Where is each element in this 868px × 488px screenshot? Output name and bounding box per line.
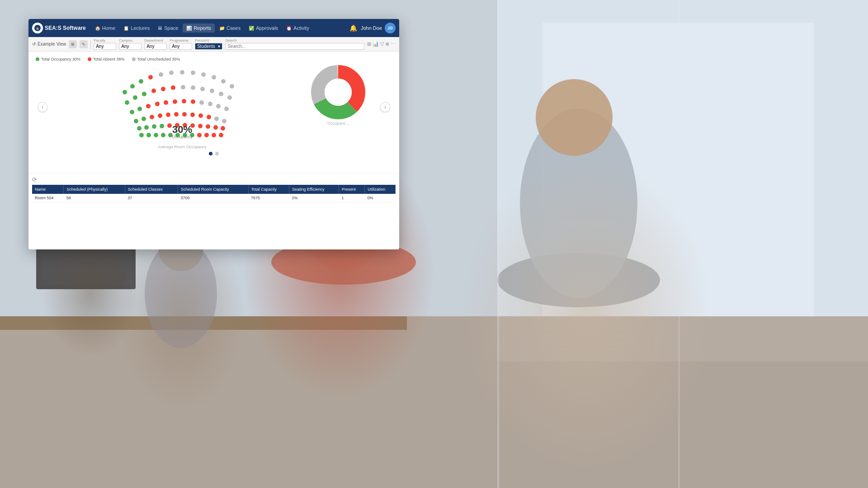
carousel-prev-button[interactable]: ‹ (38, 102, 47, 112)
programme-value: Any (172, 44, 179, 49)
nav-space[interactable]: 🏛 Space (154, 23, 182, 33)
svg-point-32 (144, 125, 149, 130)
nav-reports[interactable]: 📊 Reports (183, 23, 215, 33)
notification-bell-icon[interactable]: 🔔 (349, 24, 357, 32)
svg-point-64 (208, 102, 212, 106)
nav-approvals[interactable]: ✅ Approvals (245, 23, 282, 33)
nav-home[interactable]: 🏠 Home (91, 23, 119, 33)
svg-point-45 (150, 115, 154, 119)
campus-filter: Campus Any (119, 38, 142, 50)
table-row[interactable]: Room 504 58 37 3700 7675 2% 1 0% (32, 194, 396, 202)
focus-select[interactable]: Students ▾ (195, 43, 222, 50)
view-selector[interactable]: ↺ Example View (32, 42, 66, 47)
svg-point-56 (137, 107, 142, 111)
clear-filter-icon[interactable]: ⊗ (385, 41, 389, 47)
parliament-chart-wrapper: 30% Occupancy Average Room Occupancy (47, 65, 309, 149)
cell-scheduled-classes: 37 (125, 194, 178, 202)
campus-label: Campus (119, 38, 142, 42)
cell-scheduled-physically: 58 (64, 194, 125, 202)
svg-point-30 (219, 133, 223, 137)
nav-items: 🏠 Home 📋 Lectures 🏛 Space 📊 Reports 📁 Ca… (91, 23, 349, 33)
cell-seating-efficiency: 2% (289, 194, 339, 202)
svg-point-52 (207, 115, 211, 119)
nav-activity[interactable]: ⏰ Activity (283, 23, 313, 33)
app-logo: S SEA:S Software (32, 23, 86, 33)
filter-icon[interactable]: ▽ (380, 41, 384, 47)
donut-chart-subtitle: Occupanc... (327, 121, 349, 126)
svg-point-19 (139, 133, 144, 137)
reports-icon: 📊 (186, 26, 192, 31)
svg-point-87 (201, 72, 206, 77)
donut-chart-wrapper: Occupanc... (309, 65, 381, 126)
search-input[interactable] (225, 43, 364, 50)
filter-actions: ⊞ 📊 ▽ ⊗ ⋯ (367, 41, 396, 47)
svg-point-59 (164, 100, 168, 105)
svg-point-48 (174, 112, 179, 117)
col-seating-efficiency: Seating Efficiency (289, 185, 339, 194)
campus-select[interactable]: Any (119, 43, 142, 50)
department-filter: Department Any (144, 38, 167, 50)
programme-select[interactable]: Any (170, 43, 192, 50)
svg-point-34 (160, 124, 164, 128)
svg-point-46 (158, 113, 162, 118)
donut-chart (311, 65, 365, 119)
logo-text: SEA:S Software (45, 25, 86, 31)
svg-point-27 (197, 133, 202, 137)
col-scheduled-classes: Scheduled Classes (125, 185, 178, 194)
carousel-dots (36, 149, 392, 157)
svg-point-78 (227, 95, 232, 100)
nav-reports-label: Reports (193, 25, 211, 31)
nav-right: 🔔 John Doe JD (349, 23, 396, 33)
svg-point-84 (169, 70, 174, 75)
edit-icon[interactable]: ✎ (80, 40, 88, 48)
svg-point-43 (134, 119, 138, 123)
home-icon: 🏠 (95, 26, 100, 31)
data-table: Name Scheduled (Physically) Scheduled Cl… (32, 185, 396, 202)
focus-filter: Focus(n) Students ▾ (195, 38, 222, 50)
faculty-select[interactable]: Any (94, 43, 116, 50)
settings-icon[interactable]: ⊞ (69, 40, 77, 48)
search-label: Search (225, 38, 364, 42)
col-scheduled-room-capacity: Scheduled Room Capacity (178, 185, 248, 194)
nav-cases[interactable]: 📁 Cases (216, 23, 244, 33)
view-icon: ↺ (32, 42, 36, 47)
col-total-capacity: Total Capacity (248, 185, 289, 194)
table-section: ⟳ Name Scheduled (Physically) Scheduled … (28, 174, 399, 205)
svg-point-66 (224, 107, 229, 111)
department-select[interactable]: Any (144, 43, 167, 50)
nav-lectures[interactable]: 📋 Lectures (120, 23, 153, 33)
more-options-icon[interactable]: ⋯ (391, 41, 396, 47)
department-value: Any (146, 44, 154, 49)
filter-separator (90, 40, 91, 49)
department-label: Department (144, 38, 167, 42)
table-icon[interactable]: ⊞ (367, 41, 371, 47)
svg-point-49 (182, 112, 187, 117)
carousel-dot-1[interactable] (209, 152, 212, 155)
legend-dot-occupancy (36, 57, 39, 61)
approvals-icon: ✅ (249, 26, 254, 31)
nav-lectures-label: Lectures (131, 25, 150, 31)
nav-cases-label: Cases (226, 25, 241, 31)
svg-point-39 (198, 124, 203, 128)
refresh-button[interactable]: ⟳ (32, 176, 396, 183)
legend-unscheduled: Total Unscheduled 35% (132, 57, 180, 61)
svg-point-85 (180, 70, 184, 75)
chart-icon[interactable]: 📊 (373, 41, 379, 47)
svg-point-28 (204, 133, 209, 137)
avatar-initials: JD (387, 26, 393, 30)
user-menu[interactable]: John Doe JD (361, 23, 396, 33)
parliament-chart-subtitle: Average Room Occupancy (158, 145, 206, 149)
programme-filter: Programme Any (170, 38, 192, 50)
lectures-icon: 📋 (123, 26, 129, 31)
svg-point-77 (219, 92, 223, 96)
cell-present: 1 (339, 194, 364, 202)
carousel-dot-2[interactable] (215, 152, 219, 155)
svg-point-89 (221, 79, 226, 84)
cases-icon: 📁 (219, 26, 225, 31)
carousel-next-button[interactable]: › (380, 102, 390, 112)
svg-text:Occupancy: Occupancy (172, 135, 193, 139)
svg-point-81 (139, 79, 143, 84)
svg-point-96 (325, 79, 352, 106)
svg-point-51 (198, 113, 203, 118)
svg-point-76 (210, 89, 214, 93)
